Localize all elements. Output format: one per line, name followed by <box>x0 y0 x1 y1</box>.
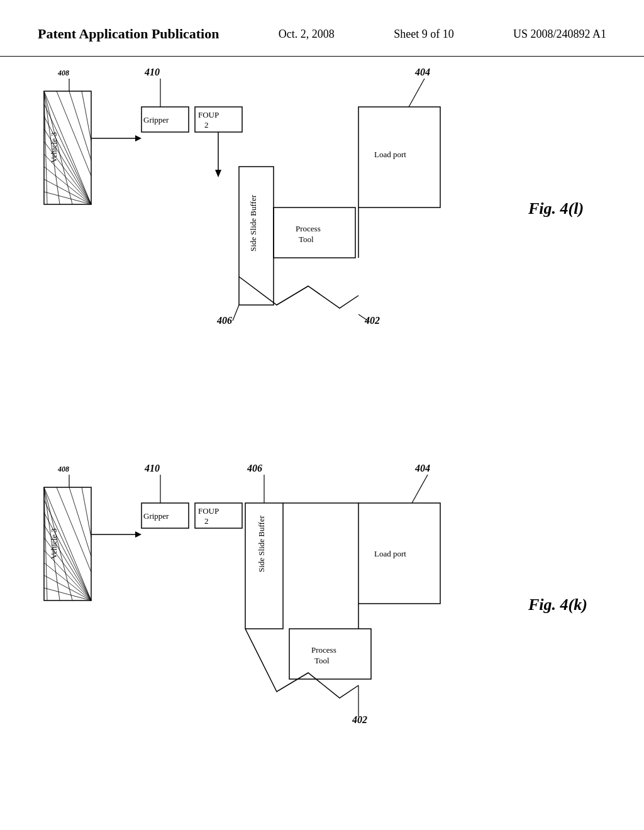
diagram-area: 408 Vehicle 3 410 Gripper FOUP 2 <box>0 57 644 830</box>
fig4l-label: Fig. 4(l) <box>528 199 584 218</box>
processtool1-label-4l: Process <box>296 224 321 233</box>
ref-404-4l: 404 <box>414 67 430 77</box>
ssb-label-4k: Side Slide Buffer <box>257 515 266 572</box>
processtool2-label-4l: Tool <box>299 235 314 244</box>
publication-title: Patent Application Publication <box>38 25 219 43</box>
svg-line-56 <box>412 475 428 503</box>
svg-line-42 <box>44 588 91 600</box>
page-header: Patent Application Publication Oct. 2, 2… <box>0 0 644 57</box>
vehicle-label-4k: Vehicle 3 <box>49 528 58 559</box>
ssb-label-4l: Side Slide Buffer <box>248 194 258 252</box>
foup2-label-4l: 2 <box>204 120 209 130</box>
ref-410-4k: 410 <box>144 463 160 473</box>
foup-label-4k: FOUP <box>198 506 219 516</box>
foup2-label-4k: 2 <box>204 516 209 526</box>
svg-line-48 <box>82 487 91 538</box>
svg-marker-18 <box>135 135 142 141</box>
ref-402-4k: 402 <box>352 714 367 725</box>
gripper-label-4k: Gripper <box>143 511 169 521</box>
diagram-fig4k: 408 Vehicle 3 410 Gripper FOUP 2 <box>25 453 616 830</box>
publication-date: Oct. 2, 2008 <box>279 25 335 41</box>
processtool2-label-4k: Tool <box>314 656 330 665</box>
svg-marker-50 <box>135 531 142 538</box>
diagram-fig4l: 408 Vehicle 3 410 Gripper FOUP 2 <box>25 57 616 446</box>
ref-402-4l: 402 <box>364 315 380 326</box>
divider <box>25 446 616 453</box>
svg-line-15 <box>69 91 91 160</box>
ref-410-4l: 410 <box>144 67 160 77</box>
svg-line-47 <box>69 487 91 556</box>
svg-line-41 <box>44 575 91 600</box>
vehicle-label-4l: Vehicle 3 <box>49 132 58 163</box>
ref-408-top: 408 <box>57 69 69 77</box>
loadport-label-4k: Load port <box>374 549 406 558</box>
ref-408-4k: 408 <box>57 465 69 473</box>
sheet-info: Sheet 9 of 10 <box>394 25 453 41</box>
svg-line-27 <box>233 305 239 321</box>
loadport-label-4l: Load port <box>374 150 406 159</box>
svg-marker-23 <box>215 170 221 177</box>
ref-406-4l: 406 <box>216 315 232 326</box>
svg-line-10 <box>44 192 91 204</box>
ref-404-4k: 404 <box>414 463 430 473</box>
svg-line-9 <box>44 179 91 204</box>
svg-line-16 <box>82 91 91 141</box>
ref-406-4k: 406 <box>247 463 262 473</box>
svg-line-24 <box>409 79 425 107</box>
processtool1-label-4k: Process <box>311 645 336 655</box>
patent-number: US 2008/240892 A1 <box>513 25 606 41</box>
fig4k-label: Fig. 4(k) <box>528 595 587 614</box>
gripper-label-4l: Gripper <box>143 115 169 124</box>
foup-label-4l: FOUP <box>198 110 219 119</box>
